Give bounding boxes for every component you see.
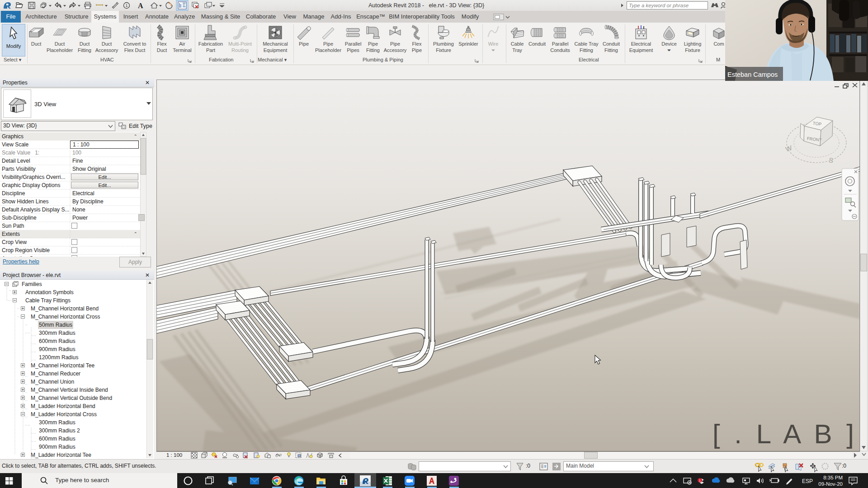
svg-text:TOP: TOP	[812, 121, 822, 127]
svg-text:1: 1	[699, 479, 701, 483]
svg-text:ESP: ESP	[802, 478, 813, 484]
svg-text:Esteban Campos: Esteban Campos	[727, 71, 778, 78]
svg-text:[ . L A B ]: [ . L A B ]	[712, 419, 857, 449]
svg-text:1: 1	[125, 3, 127, 8]
svg-text:A: A	[138, 2, 143, 9]
